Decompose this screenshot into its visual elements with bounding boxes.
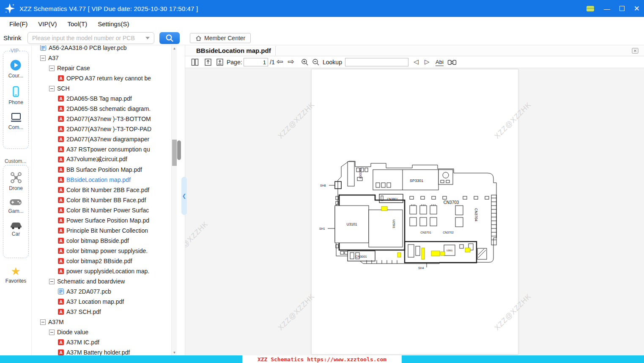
tree-item[interactable]: AColor Bit Number Power Surfac xyxy=(32,205,171,215)
collapse-toggle-icon[interactable] xyxy=(49,279,55,284)
schematic-drawing: CN3300 SP3301 SH8 CN3801 CN3703 CN3704 U… xyxy=(312,154,519,281)
tree-scrollbar[interactable]: ▲ ▼ xyxy=(171,45,177,355)
tree-item[interactable]: APrinciple Bit Number Collection xyxy=(32,226,171,236)
panel-collapse-handle[interactable]: ❮ xyxy=(181,177,187,215)
member-center-button[interactable]: Member Center xyxy=(190,33,251,43)
tree-item[interactable]: AA37 SCH.pdf xyxy=(32,307,171,317)
tree-folder[interactable]: Diode value xyxy=(32,327,171,337)
tree-item-label: power supplysideLocation map. xyxy=(66,268,149,275)
vip-card-icon[interactable] xyxy=(586,5,595,12)
zoom-in-icon[interactable] xyxy=(301,58,309,66)
model-search-input[interactable] xyxy=(32,33,145,43)
tree-item[interactable]: AColor Bit Number BB Face.pdf xyxy=(32,195,171,205)
collapse-toggle-icon[interactable] xyxy=(40,319,46,325)
tree-item[interactable]: AA37volume减circuit.pdf xyxy=(32,154,171,165)
tree-item[interactable]: ABBsideLocation map.pdf xyxy=(32,175,171,185)
sidebar-item-game[interactable]: Gam... xyxy=(8,198,23,214)
tree-item[interactable]: AA37M IC.pdf xyxy=(32,337,171,347)
maximize-button[interactable] xyxy=(619,6,625,11)
sidebar-item-car[interactable]: Car xyxy=(9,220,23,237)
dropdown-caret-icon[interactable] xyxy=(145,37,150,39)
tree-item[interactable]: A37 2DA077.pcb xyxy=(32,286,171,297)
tree-folder[interactable]: Repair Case xyxy=(32,63,171,73)
fit-width-icon[interactable] xyxy=(216,58,224,66)
menu-vip[interactable]: VIP(V) xyxy=(36,19,59,29)
lookup-input[interactable] xyxy=(345,58,408,66)
pcb-file-icon xyxy=(40,45,46,51)
overlay-scrollbar-thumb[interactable] xyxy=(177,140,181,160)
previous-page-icon[interactable]: ⇦ xyxy=(277,58,283,66)
tree-item[interactable]: A2DA065-SB schematic diagram. xyxy=(32,104,171,114)
member-center-label: Member Center xyxy=(204,35,245,41)
pdf-file-icon: A xyxy=(58,228,64,234)
tree-item-label: A37 RSTpower consumption qu xyxy=(66,146,150,153)
sidebar-item-course[interactable]: Cour... xyxy=(8,59,23,79)
sidebar-item-drone[interactable]: Drone xyxy=(9,171,23,191)
sidebar-item-favorites[interactable]: ★ Favorites xyxy=(0,266,32,284)
window-title: XZZ Schematics V4.77 [ VIP Due date: 202… xyxy=(19,5,198,12)
menu-settings[interactable]: Settings(S) xyxy=(95,19,132,29)
tree-item-label: Color Bit Number 2BB Face.pdf xyxy=(66,187,149,193)
tree-item[interactable]: Acolor bitmap2 BBside.pdf xyxy=(32,256,171,266)
tree-item[interactable]: ABB Surface Position Map.pdf xyxy=(32,165,171,175)
status-pill: XZZ Schematics https://www.xzztools.com xyxy=(242,355,402,363)
fit-page-icon[interactable] xyxy=(204,58,212,66)
pdf-file-icon: A xyxy=(58,136,64,142)
two-page-view-icon[interactable] xyxy=(191,58,199,66)
match-case-icon[interactable]: Abi xyxy=(436,59,444,66)
tree-item[interactable]: Acolor bitmap power supplyside. xyxy=(32,246,171,256)
pdf-canvas[interactable]: XZZ@XZZHKXZZ@XZZHKXZZ@XZZHKXZZ@XZZHKXZZ@… xyxy=(185,68,644,355)
tree-item[interactable]: Acolor bitmap BBside.pdf xyxy=(32,236,171,246)
custom-group: Drone Gam... xyxy=(3,165,29,258)
ref-sh4: SH4 xyxy=(418,267,424,270)
scroll-down-arrow[interactable]: ▼ xyxy=(172,349,177,355)
menu-tool[interactable]: Tool(T) xyxy=(65,19,90,29)
scrollbar-thumb[interactable] xyxy=(172,140,177,166)
document-tab[interactable]: BBsideLocation map.pdf xyxy=(196,47,271,54)
collapse-toggle-icon[interactable] xyxy=(40,55,46,61)
tree-item[interactable]: Apower supplysideLocation map. xyxy=(32,266,171,276)
collapse-toggle-icon[interactable] xyxy=(49,66,55,71)
tree-folder[interactable]: SCH xyxy=(32,83,171,94)
search-button[interactable] xyxy=(159,32,180,44)
sidebar-item-computer[interactable]: Com... xyxy=(8,112,23,130)
tree-item-label: Power Surface Position Map.pd xyxy=(66,217,149,224)
shrink-button[interactable]: Shrink xyxy=(3,34,22,41)
menu-file[interactable]: File(F) xyxy=(7,19,30,29)
gamepad-icon xyxy=(9,198,22,207)
scroll-up-arrow[interactable]: ▲ xyxy=(172,45,177,51)
computer-icon xyxy=(10,112,22,123)
next-page-icon[interactable]: ⇨ xyxy=(288,58,294,66)
collapse-toggle-icon[interactable] xyxy=(49,86,55,91)
pdf-file-icon: A xyxy=(58,106,64,112)
ref-cn3703: CN3703 xyxy=(444,200,459,205)
tree-item[interactable]: AA37 Location map.pdf xyxy=(32,297,171,307)
tree-item[interactable]: A56-2AA318-0 PCB layer.pcb xyxy=(32,45,171,53)
tree-item-label: SCH xyxy=(57,85,70,92)
minimize-button[interactable]: — xyxy=(604,6,610,12)
previous-result-icon[interactable]: ◁ xyxy=(414,58,419,65)
binoculars-icon[interactable] xyxy=(447,59,457,66)
tree-item[interactable]: A2DA077(A37new )-T3-BOTTOM xyxy=(32,114,171,124)
tree-item[interactable]: A2DA065-SB Tag map.pdf xyxy=(32,94,171,104)
tree-item[interactable]: APower Surface Position Map.pd xyxy=(32,215,171,226)
page-number-input[interactable] xyxy=(244,58,268,66)
close-document-icon[interactable] xyxy=(631,47,639,55)
sidebar-item-phone[interactable]: Phone xyxy=(8,85,23,105)
collapse-toggle-icon[interactable] xyxy=(49,330,55,335)
next-result-icon[interactable]: ▷ xyxy=(425,58,430,65)
tree-folder[interactable]: A37 xyxy=(32,53,171,63)
tree-item[interactable]: AA37 RSTpower consumption qu xyxy=(32,144,171,154)
zoom-out-icon[interactable] xyxy=(312,58,320,66)
tree-item-label: 2DA065-SB Tag map.pdf xyxy=(66,95,132,102)
tree-folder[interactable]: A37M xyxy=(32,317,171,327)
tree-item[interactable]: AA37M Battery holder.pdf xyxy=(32,347,171,355)
tree-folder[interactable]: Schematic and boardview xyxy=(32,276,171,286)
status-link[interactable]: XZZ Schematics https://www.xzztools.com xyxy=(258,356,386,363)
tree-item[interactable]: A2DA077(A37new diagrampaper xyxy=(32,134,171,144)
tree-item[interactable]: AColor Bit Number 2BB Face.pdf xyxy=(32,185,171,195)
close-button[interactable]: ✕ xyxy=(634,5,640,12)
tree-item[interactable]: A2DA077(A37new )-T3-TOP-PAD xyxy=(32,124,171,134)
pdf-file-icon: A xyxy=(58,258,64,264)
tree-item[interactable]: AOPPO A37 return key cannot be xyxy=(32,73,171,83)
